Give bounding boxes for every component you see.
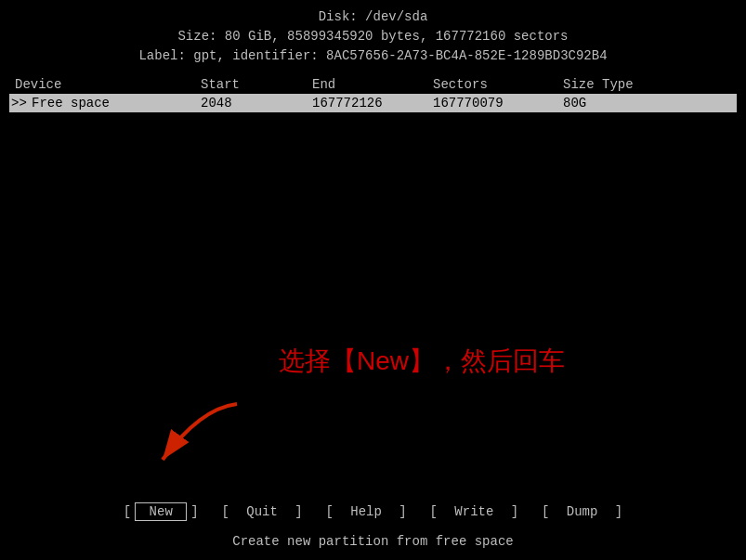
disk-size-line: Size: 80 GiB, 85899345920 bytes, 1677721…	[0, 27, 746, 46]
col-end: End	[312, 77, 433, 92]
row-end: 167772126	[312, 96, 433, 111]
col-sectors: Sectors	[433, 77, 563, 92]
annotation-text: 选择【New】，然后回车	[279, 344, 565, 379]
row-start: 2048	[201, 96, 312, 111]
col-start: Start	[201, 77, 312, 92]
row-device: Free space	[15, 96, 201, 111]
status-bar: Create new partition from free space	[0, 534, 746, 549]
menu-new[interactable]: New	[135, 502, 187, 521]
disk-label-line: Label: gpt, identifier: 8AC57656-2A73-BC…	[0, 46, 746, 66]
menu-write[interactable]: Write	[441, 503, 507, 520]
table-header-row: Device Start End Sectors Size Type	[9, 75, 737, 94]
col-size-type: Size Type	[563, 77, 656, 92]
row-size: 80G	[563, 96, 656, 111]
bottom-menu: [ New ] [ Quit ] [ Help ] [ Write ] [ Du…	[0, 502, 746, 521]
disk-title: Disk: /dev/sda	[0, 7, 746, 27]
partition-table: Device Start End Sectors Size Type >> Fr…	[0, 75, 746, 112]
col-device: Device	[15, 77, 201, 92]
arrow-pointer	[144, 399, 255, 477]
menu-help[interactable]: Help	[337, 503, 395, 520]
disk-partition-screen: Disk: /dev/sda Size: 80 GiB, 85899345920…	[0, 0, 746, 560]
disk-header: Disk: /dev/sda Size: 80 GiB, 85899345920…	[0, 0, 746, 70]
row-sectors: 167770079	[433, 96, 563, 111]
status-text: Create new partition from free space	[232, 534, 513, 549]
menu-items-container: [ New ] [ Quit ] [ Help ] [ Write ] [ Du…	[124, 502, 622, 521]
menu-quit[interactable]: Quit	[233, 503, 291, 520]
table-row[interactable]: >> Free space 2048 167772126 167770079 8…	[9, 94, 737, 112]
row-arrow: >>	[11, 96, 27, 111]
menu-dump[interactable]: Dump	[553, 503, 610, 520]
